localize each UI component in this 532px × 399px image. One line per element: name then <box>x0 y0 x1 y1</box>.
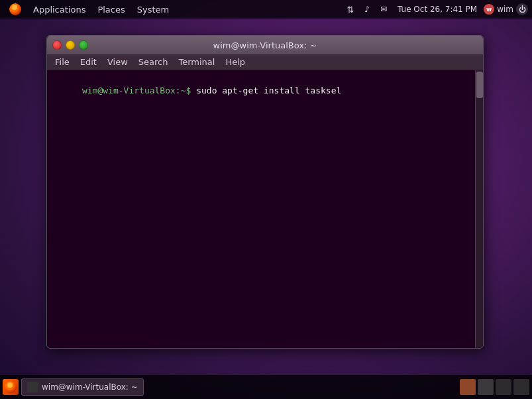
firefox-icon <box>9 3 21 15</box>
user-area[interactable]: w wim <box>484 4 513 15</box>
mail-icon: ✉ <box>380 5 387 14</box>
applications-menu[interactable]: Applications <box>28 0 91 19</box>
top-panel-left: Applications Places System <box>4 0 174 19</box>
menu-edit[interactable]: Edit <box>75 56 102 68</box>
terminal-prompt: wim@wim-VirtualBox:~$ <box>82 86 196 95</box>
menu-help[interactable]: Help <box>220 56 250 68</box>
top-panel: Applications Places System ⇅ ♪ ✉ Tue Oct… <box>0 0 532 19</box>
applications-label: Applications <box>33 5 85 15</box>
taskbar-terminal-item[interactable]: wim@wim-VirtualBox: ~ <box>21 378 144 396</box>
terminal-line-1: wim@wim-VirtualBox:~$ sudo apt-get insta… <box>51 73 479 109</box>
workspace-1[interactable] <box>460 379 476 395</box>
terminal-menubar: File Edit View Search Terminal Help <box>47 54 483 70</box>
taskbar-terminal-icon <box>27 382 38 392</box>
close-button[interactable] <box>52 40 62 50</box>
taskbar-terminal-label: wim@wim-VirtualBox: ~ <box>42 382 138 392</box>
datetime-text: Tue Oct 26, 7:41 PM <box>398 5 477 14</box>
network-indicator[interactable]: ⇅ <box>343 3 358 16</box>
workspace-2[interactable] <box>478 379 494 395</box>
power-button[interactable]: ⏻ <box>516 3 528 15</box>
terminal-command: sudo apt-get install tasksel <box>196 86 341 95</box>
menu-file[interactable]: File <box>50 56 75 68</box>
taskbar-firefox-icon[interactable] <box>3 379 19 395</box>
volume-icon: ♪ <box>364 5 370 14</box>
volume-indicator[interactable]: ♪ <box>360 3 374 15</box>
mail-indicator[interactable]: ✉ <box>376 3 391 15</box>
username-label: wim <box>497 5 513 14</box>
menu-view[interactable]: View <box>102 56 133 68</box>
menu-search[interactable]: Search <box>133 56 174 68</box>
window-title: wim@wim-VirtualBox: ~ <box>213 40 317 50</box>
taskbar-firefox-logo <box>5 381 17 393</box>
places-menu[interactable]: Places <box>92 0 130 19</box>
user-avatar: w <box>484 4 494 15</box>
system-label: System <box>137 5 169 15</box>
top-panel-right: ⇅ ♪ ✉ Tue Oct 26, 7:41 PM w wim ⏻ <box>343 3 528 16</box>
power-icon: ⏻ <box>519 5 526 14</box>
terminal-titlebar: wim@wim-VirtualBox: ~ <box>47 36 483 54</box>
firefox-launcher[interactable] <box>4 0 27 19</box>
scrollbar[interactable] <box>475 70 483 348</box>
terminal-window: wim@wim-VirtualBox: ~ File Edit View Sea… <box>46 35 484 349</box>
menu-terminal[interactable]: Terminal <box>173 56 220 68</box>
taskbar-right-area <box>460 379 529 395</box>
system-menu[interactable]: System <box>132 0 174 19</box>
scrollbar-thumb[interactable] <box>476 72 483 98</box>
places-label: Places <box>97 5 125 15</box>
maximize-button[interactable] <box>79 40 88 50</box>
network-icon: ⇅ <box>346 5 354 15</box>
datetime-display[interactable]: Tue Oct 26, 7:41 PM <box>394 3 481 15</box>
workspace-3[interactable] <box>496 379 511 395</box>
terminal-body[interactable]: wim@wim-VirtualBox:~$ sudo apt-get insta… <box>47 70 483 348</box>
bottom-taskbar: wim@wim-VirtualBox: ~ <box>0 375 532 399</box>
workspace-4[interactable] <box>513 379 529 395</box>
minimize-button[interactable] <box>66 40 75 50</box>
